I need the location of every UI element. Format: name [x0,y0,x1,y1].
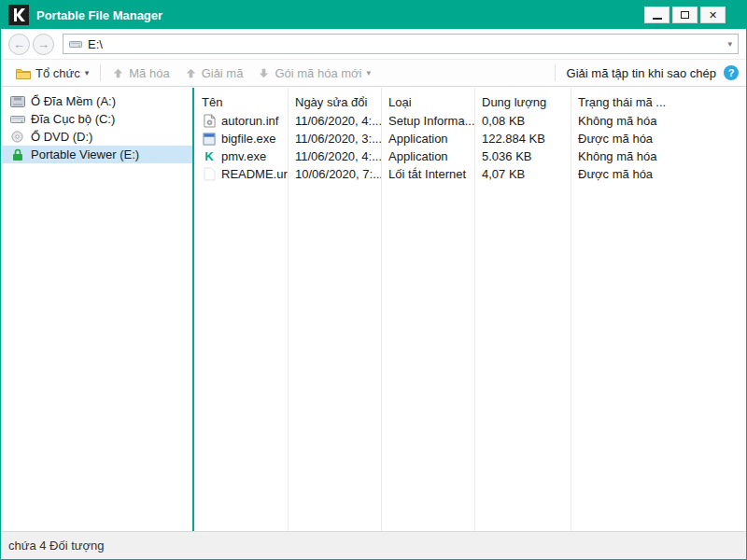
portable-file-manager-window: Portable File Manager ✕ ← → E:\ ▾ Tổ [0,0,747,560]
back-icon: ← [13,37,25,51]
window-controls: ✕ [644,7,739,23]
file-encryption-status: Không mã hóa [571,114,745,128]
maximize-button[interactable] [672,7,698,23]
file-modified: 10/06/2020, 7:... [288,167,381,181]
arrow-up-icon [185,67,197,79]
sidebar-item-label: Ổ DVD (D:) [31,130,92,144]
lock-icon [9,148,25,161]
kaspersky-logo-icon [8,5,29,25]
sidebar-item-local-disk-c[interactable]: Đĩa Cục bộ (C:) [2,110,192,128]
column-header-modified[interactable]: Ngày sửa đổi [288,95,381,109]
file-modified: 11/06/2020, 3:... [288,132,381,146]
column-header-size[interactable]: Dung lượng [474,95,571,109]
column-header-type[interactable]: Loại [381,95,474,109]
back-button[interactable]: ← [8,34,30,55]
list-header-row: Tên Ngày sửa đổi Loại Dung lượng Trạng t… [194,91,745,112]
toolbar-right-group: Giải mã tập tin khi sao chép ? [542,64,739,81]
setup-information-icon [202,114,217,128]
arrow-down-icon [258,67,270,79]
minimize-button[interactable] [644,7,669,23]
hard-drive-icon [9,114,25,125]
decrypt-on-copy-toggle[interactable]: Giải mã tập tin khi sao chép [567,66,716,80]
sidebar-item-floppy-a[interactable]: Ổ Đĩa Mềm (A:) [2,92,192,110]
sidebar-item-label: Portable Viewer (E:) [31,147,139,161]
sidebar-item-label: Đĩa Cục bộ (C:) [31,112,115,126]
help-icon: ? [728,67,735,78]
file-type: Lối tắt Internet [381,167,474,181]
file-size: 4,07 KB [474,167,571,181]
file-list: Tên Ngày sửa đổi Loại Dung lượng Trạng t… [194,88,745,531]
organize-button[interactable]: Tổ chức ▾ [8,63,96,83]
file-modified: 11/06/2020, 4:... [288,149,381,163]
chevron-down-icon: ▾ [366,68,371,77]
file-encryption-status: Được mã hóa [571,167,745,181]
file-size: 5.036 KB [474,149,571,163]
folder-icon [16,67,31,79]
table-row[interactable]: autorun.inf 11/06/2020, 4:... Setup Info… [194,112,745,130]
table-row[interactable]: bigfile.exe 11/06/2020, 3:... Applicatio… [194,130,745,147]
title-bar: Portable File Manager ✕ [1,1,746,29]
file-encryption-status: Được mã hóa [571,132,745,146]
address-bar[interactable]: E:\ ▾ [63,34,739,54]
file-size: 0,08 KB [474,114,571,128]
toolbar-separator [100,64,101,81]
arrow-up-icon [112,67,124,79]
content-area: Ổ Đĩa Mềm (A:) Đĩa Cục bộ (C:) [2,88,745,531]
drive-icon [69,39,82,49]
file-name: README.url [221,167,288,181]
status-text: chứa 4 Đối tượng [8,539,105,553]
status-bar: chứa 4 Đối tượng [1,531,746,559]
file-type: Setup Informa... [381,114,474,128]
file-encryption-status: Không mã hóa [571,149,745,163]
minimize-icon [653,18,662,20]
forward-button[interactable]: → [33,34,54,55]
toolbar: Tổ chức ▾ Mã hóa Giải mã Gói mã hóa mới … [1,59,746,87]
file-type: Application [381,149,474,163]
file-type: Application [381,132,474,146]
file-name: pmv.exe [221,149,266,163]
kaspersky-app-icon: K [202,149,217,163]
navigation-bar: ← → E:\ ▾ [1,29,746,59]
window-title: Portable File Manager [36,8,162,22]
sidebar-item-label: Ổ Đĩa Mềm (A:) [31,94,116,108]
encrypt-label: Mã hóa [129,66,169,80]
decrypt-button[interactable]: Giải mã [177,63,251,83]
column-header-status[interactable]: Trạng thái mã ... [571,95,745,109]
column-header-name[interactable]: Tên [194,95,288,109]
close-icon: ✕ [709,10,717,21]
decrypt-label: Giải mã [202,66,244,80]
sidebar-item-dvd-d[interactable]: Ổ DVD (D:) [2,128,192,146]
sidebar-item-portable-viewer-e[interactable]: Portable Viewer (E:) [2,146,192,163]
forward-icon: → [37,37,49,51]
maximize-icon [681,11,689,19]
chevron-down-icon: ▾ [85,68,90,77]
file-modified: 11/06/2020, 4:... [288,114,381,128]
new-encrypted-package-button[interactable]: Gói mã hóa mới ▾ [250,63,378,83]
address-dropdown-icon[interactable]: ▾ [727,39,732,49]
dvd-drive-icon [9,131,25,143]
table-row[interactable]: K pmv.exe 11/06/2020, 4:... Application … [194,147,745,165]
new-encrypted-package-label: Gói mã hóa mới [275,66,361,80]
floppy-drive-icon [9,96,25,107]
organize-label: Tổ chức [35,66,80,80]
file-size: 122.884 KB [474,132,571,146]
file-name: autorun.inf [221,114,278,128]
toolbar-separator [555,64,556,81]
table-row[interactable]: README.url 10/06/2020, 7:... Lối tắt Int… [194,165,745,183]
application-icon [202,133,217,146]
file-name: bigfile.exe [221,132,276,146]
internet-shortcut-icon [202,167,217,181]
drive-tree: Ổ Đĩa Mềm (A:) Đĩa Cục bộ (C:) [2,88,192,531]
address-path: E:\ [88,37,103,51]
help-button[interactable]: ? [724,65,739,80]
encrypt-button[interactable]: Mã hóa [105,63,176,83]
close-button[interactable]: ✕ [700,7,726,23]
